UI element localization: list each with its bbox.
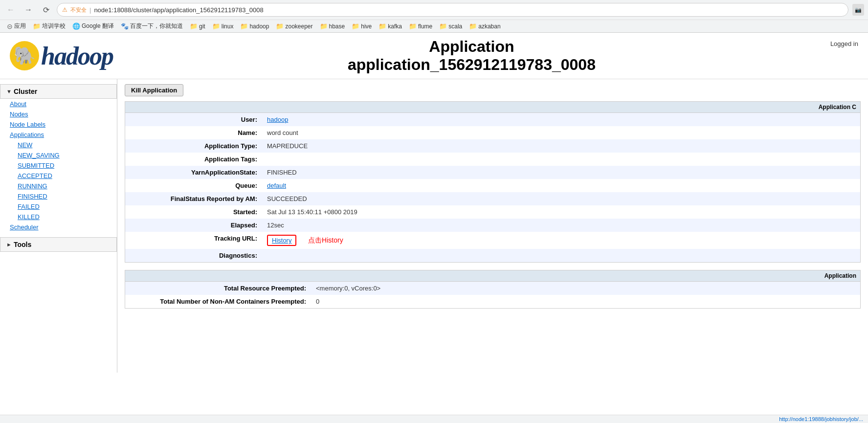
bookmark-apps-label: 应用 <box>14 22 26 30</box>
bookmark-scala[interactable]: 📁 scala <box>436 22 465 31</box>
tracking-annotation: 点击History <box>308 236 343 244</box>
tools-section-header[interactable]: ► Tools <box>0 237 117 252</box>
sidebar-item-finished[interactable]: FINISHED <box>0 191 117 201</box>
cluster-section-header[interactable]: ▼ Cluster <box>0 84 117 99</box>
bookmark-google[interactable]: 🌐 Google 翻译 <box>69 21 117 31</box>
table-row: Name: word count <box>125 126 860 139</box>
bookmark-zookeeper[interactable]: 📁 zookeeper <box>273 22 315 31</box>
sidebar: ▼ Cluster About Nodes Node Labels Applic… <box>0 79 117 373</box>
table-row: Diagnostics: <box>125 249 860 262</box>
folder-icon-linux: 📁 <box>212 22 220 30</box>
hadoop-logo: 🐘 hadoop <box>10 41 113 70</box>
table-row: Application Tags: <box>125 153 860 166</box>
folder-icon-1: 📁 <box>33 22 41 30</box>
url-text: node1:18088/cluster/app/application_1562… <box>94 6 263 14</box>
bookmark-kafka[interactable]: 📁 kafka <box>376 22 405 31</box>
bookmark-azkaban[interactable]: 📁 azkaban <box>466 22 503 31</box>
bookmark-apps[interactable]: ⊝ 应用 <box>4 21 29 31</box>
bookmark-baidu[interactable]: 🐾 百度一下，你就知道 <box>118 21 186 31</box>
table-row: YarnApplicationState: FINISHED <box>125 166 860 179</box>
sidebar-item-accepted[interactable]: ACCEPTED <box>0 171 117 181</box>
table-row: Total Resource Preempted: <memory:0, vCo… <box>125 282 860 295</box>
sidebar-item-nodes[interactable]: Nodes <box>0 109 117 119</box>
user-label: User: <box>125 113 262 126</box>
table-row: Application Type: MAPREDUCE <box>125 139 860 153</box>
queue-link[interactable]: default <box>267 182 286 189</box>
browser-chrome: ← → ⟳ ⚠ 不安全 | node1:18088/cluster/app/ap… <box>0 0 868 33</box>
diagnostics-value <box>262 249 860 262</box>
queue-value: default <box>262 179 860 192</box>
bookmark-google-label: Google 翻译 <box>82 22 114 30</box>
bookmark-hive[interactable]: 📁 hive <box>349 22 375 31</box>
bookmarks-bar: ⊝ 应用 📁 培训学校 🌐 Google 翻译 🐾 百度一下，你就知道 📁 gi… <box>0 20 868 32</box>
bookmark-hadoop[interactable]: 📁 hadoop <box>237 22 272 31</box>
folder-icon-hbase: 📁 <box>320 22 328 30</box>
sidebar-item-scheduler[interactable]: Scheduler <box>0 222 117 232</box>
hadoop-elephant-icon: 🐘 <box>10 41 39 70</box>
diagnostics-label: Diagnostics: <box>125 249 262 262</box>
user-value: hadoop <box>262 113 860 126</box>
yarn-state-value: FINISHED <box>262 166 860 179</box>
tracking-url-row: Tracking URL: History 点击History <box>125 232 860 249</box>
queue-label: Queue: <box>125 179 262 192</box>
bookmark-scala-label: scala <box>448 23 462 30</box>
main-layout: ▼ Cluster About Nodes Node Labels Applic… <box>0 79 868 373</box>
resource-table: Total Resource Preempted: <memory:0, vCo… <box>125 282 860 308</box>
address-bar[interactable]: ⚠ 不安全 | node1:18088/cluster/app/applicat… <box>57 3 848 17</box>
bookmark-school-label: 培训学校 <box>42 22 66 30</box>
user-link[interactable]: hadoop <box>267 116 288 123</box>
sidebar-item-running[interactable]: RUNNING <box>0 181 117 191</box>
bookmark-git-label: git <box>199 23 205 30</box>
name-value: word count <box>262 126 860 139</box>
kill-application-button[interactable]: Kill Application <box>125 84 183 96</box>
app-details-header: Application C <box>125 102 860 113</box>
final-status-value: SUCCEEDED <box>262 192 860 205</box>
grid-icon: ⊝ <box>7 22 13 30</box>
sidebar-item-node-labels[interactable]: Node Labels <box>0 119 117 130</box>
resource-section-header: Application <box>125 270 860 282</box>
bookmark-flume[interactable]: 📁 flume <box>406 22 435 31</box>
bookmark-linux[interactable]: 📁 linux <box>209 22 237 31</box>
hadoop-logo-text: hadoop <box>41 42 113 70</box>
bookmark-hbase[interactable]: 📁 hbase <box>317 22 348 31</box>
table-row: User: hadoop <box>125 113 860 126</box>
sidebar-item-killed[interactable]: KILLED <box>0 212 117 222</box>
table-row: Total Number of Non-AM Containers Preemp… <box>125 295 860 308</box>
reload-button[interactable]: ⟳ <box>39 3 53 17</box>
total-preempted-value: <memory:0, vCores:0> <box>311 282 860 295</box>
tools-expand-icon: ► <box>6 242 12 247</box>
forward-button[interactable]: → <box>22 3 35 17</box>
sidebar-item-submitted[interactable]: SUBMITTED <box>0 160 117 171</box>
sidebar-item-applications[interactable]: Applications <box>0 130 117 140</box>
table-row: Queue: default <box>125 179 860 192</box>
history-link[interactable]: History <box>272 237 291 244</box>
sidebar-item-new-saving[interactable]: NEW_SAVING <box>0 150 117 160</box>
folder-icon-flume: 📁 <box>409 22 417 30</box>
folder-icon-hadoop: 📁 <box>240 22 248 30</box>
bookmark-hive-label: hive <box>361 23 372 30</box>
sidebar-item-new[interactable]: NEW <box>0 140 117 150</box>
browser-toolbar: ← → ⟳ ⚠ 不安全 | node1:18088/cluster/app/ap… <box>0 0 868 20</box>
tracking-url-value: History 点击History <box>262 232 860 249</box>
back-button[interactable]: ← <box>4 3 18 17</box>
extension-icon[interactable]: 📷 <box>852 4 864 16</box>
folder-icon-hive: 📁 <box>352 22 359 30</box>
sidebar-item-failed[interactable]: FAILED <box>0 201 117 212</box>
non-am-containers-value: 0 <box>311 295 860 308</box>
bookmark-linux-label: linux <box>222 23 234 30</box>
elapsed-value: 12sec <box>262 219 860 232</box>
cluster-section: ▼ Cluster About Nodes Node Labels Applic… <box>0 84 117 232</box>
app-tags-value <box>262 153 860 166</box>
tracking-url-box: History <box>267 235 296 246</box>
bookmark-git[interactable]: 📁 git <box>187 22 208 31</box>
app-details-section: Application C User: hadoop Name: word co… <box>125 101 861 263</box>
logged-in-label: Logged in <box>830 38 858 47</box>
cluster-label: Cluster <box>14 88 37 95</box>
page-title-line1: Application <box>113 38 830 56</box>
sidebar-item-about[interactable]: About <box>0 99 117 109</box>
bookmark-school[interactable]: 📁 培训学校 <box>30 21 68 31</box>
baidu-icon: 🐾 <box>121 22 129 30</box>
total-preempted-label: Total Resource Preempted: <box>125 282 311 295</box>
yarn-state-label: YarnApplicationState: <box>125 166 262 179</box>
folder-icon-azkaban: 📁 <box>469 22 477 30</box>
